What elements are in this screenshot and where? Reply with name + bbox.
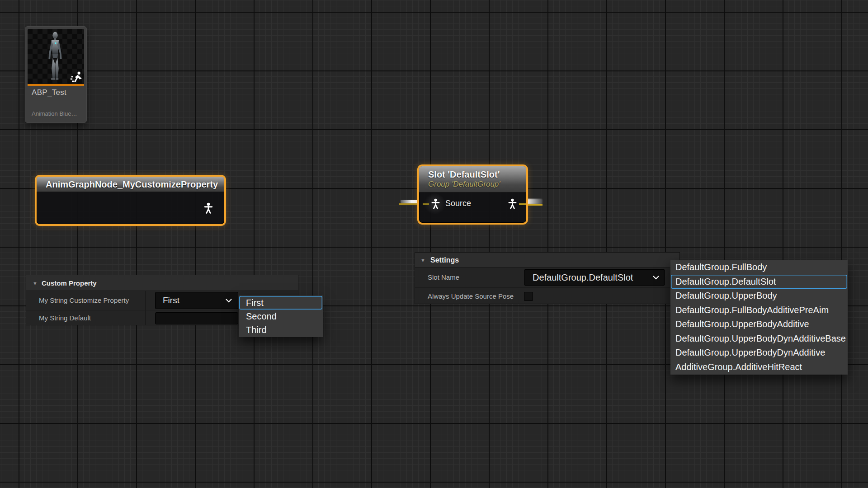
column-divider[interactable] [517,267,517,304]
pose-wire-left-gold [399,203,419,205]
slot-name-combo[interactable]: DefaultGroup.DefaultSlot [524,269,665,286]
asset-type-label: Animation Blue… [32,110,77,117]
dropdown-item-upperbodydynadditive[interactable]: DefaultGroup.UpperBodyDynAdditive [671,346,847,360]
property-label-slot-name: Slot Name [428,267,459,287]
dropdown-item-second[interactable]: Second [239,310,322,323]
gold-wire-dash-in [423,203,429,205]
dropdown-item-defaultslot[interactable]: DefaultGroup.DefaultSlot [671,275,847,289]
node-subtitle: Group 'DefaultGroup' [428,180,526,189]
animation-blueprint-badge-icon [70,70,83,84]
dropdown-item-third[interactable]: Third [239,323,322,337]
property-label-my-string-default: My String Default [39,310,91,326]
category-label: Settings [430,253,459,267]
category-header[interactable]: ▼ Custom Property [26,275,298,291]
node-title: AnimGraphNode_MyCustomizeProperty [46,179,218,189]
expander-triangle-icon[interactable]: ▼ [420,258,425,263]
chevron-down-icon [226,299,232,303]
pose-output-pin-icon[interactable] [203,202,214,214]
property-label-my-string-customize: My String Customize Property [39,291,129,310]
dropdown-item-fullbodyadditivepreaim[interactable]: DefaultGroup.FullBodyAdditivePreAim [671,303,847,318]
column-divider[interactable] [145,291,146,325]
category-header[interactable]: ▼ Settings [415,253,679,267]
dropdown-item-upperbody[interactable]: DefaultGroup.UpperBody [671,289,847,303]
combo-value: DefaultGroup.DefaultSlot [533,270,633,285]
mannequin-figure-icon [41,31,69,83]
source-pin-label: Source [445,199,471,208]
chevron-down-icon [653,276,659,280]
pose-wire-left-white [401,200,419,203]
dropdown-item-first[interactable]: First [239,296,322,310]
gold-wire-dash-out [519,203,526,205]
combo-value: First [163,292,179,309]
dropdown-item-upperbodydynadditivebase[interactable]: DefaultGroup.UpperBodyDynAdditiveBase [671,332,847,346]
node-pin-row: Source [419,192,526,222]
property-label-always-update-source-pose: Always Update Source Pose [428,288,514,305]
asset-type-color-bar [28,84,84,86]
blueprint-graph-canvas[interactable]: ABP_Test Animation Blue… AnimGraphNode_M… [0,0,868,488]
expander-triangle-icon[interactable]: ▼ [33,281,38,286]
pose-wire-right-gold [526,204,542,206]
dropdown-item-upperbodyadditive[interactable]: DefaultGroup.UpperBodyAdditive [671,317,847,332]
my-string-default-input[interactable] [155,312,238,324]
category-label: Custom Property [42,275,97,291]
dropdown-item-additivehitreact[interactable]: AdditiveGroup.AdditiveHitReact [671,360,847,375]
slot-name-dropdown-menu: DefaultGroup.FullBody DefaultGroup.Defau… [670,260,848,375]
node-header[interactable]: AnimGraphNode_MyCustomizeProperty [37,177,224,192]
always-update-source-pose-checkbox[interactable] [524,292,533,301]
asset-thumbnail [28,29,84,84]
node-anim-graph-custom-property[interactable]: AnimGraphNode_MyCustomizeProperty [35,175,226,226]
my-string-customize-combo[interactable]: First [155,292,238,309]
node-header[interactable]: Slot 'DefaultSlot' Group 'DefaultGroup' [419,166,526,192]
node-title: Slot 'DefaultSlot' [428,169,526,180]
asset-title: ABP_Test [32,88,66,97]
settings-panel: ▼ Settings Slot Name Always Update Sourc… [415,252,680,304]
pose-output-pin-icon[interactable] [507,198,518,209]
pose-input-pin-icon[interactable] [430,198,441,209]
node-slot-defaultslot[interactable]: Slot 'DefaultSlot' Group 'DefaultGroup' … [417,164,528,225]
asset-card-abp-test[interactable]: ABP_Test Animation Blue… [25,26,87,123]
dropdown-item-fullbody[interactable]: DefaultGroup.FullBody [671,260,847,275]
enum-dropdown-menu: First Second Third [239,296,323,337]
